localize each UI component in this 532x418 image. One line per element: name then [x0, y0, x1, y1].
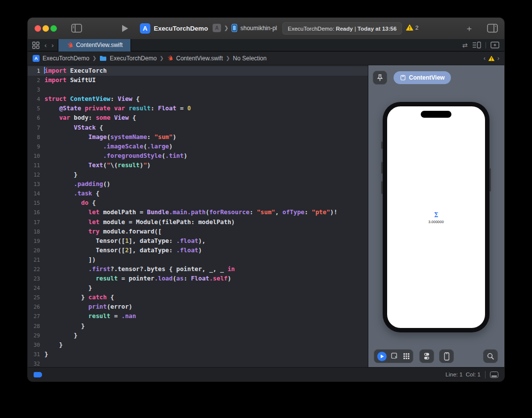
line-number[interactable]: 31: [28, 350, 44, 359]
breadcrumb-file[interactable]: ContentView.swift: [176, 55, 223, 62]
code-text[interactable]: .first?.tensor?.bytes { pointer, _, _ in: [44, 265, 235, 274]
line-number[interactable]: 13: [28, 180, 44, 189]
line-number[interactable]: 28: [28, 322, 44, 331]
code-text[interactable]: Image(systemName: "sum"): [44, 133, 177, 142]
line-number[interactable]: 15: [28, 198, 44, 208]
line-number[interactable]: 29: [28, 331, 44, 340]
scheme-selector[interactable]: A ❯ shoumikhin-pl: [213, 24, 277, 32]
tab-contentview-swift[interactable]: ContentView.swift: [58, 39, 132, 51]
code-text[interactable]: Tensor([1], dataType: .float),: [44, 236, 206, 246]
issue-warning-icon[interactable]: [488, 55, 495, 61]
warning-count-badge[interactable]: 2: [406, 24, 418, 31]
code-text[interactable]: struct ContentView: View {: [44, 94, 140, 104]
related-items-icon[interactable]: ⇄: [462, 42, 468, 49]
activity-status[interactable]: ExecuTorchDemo: Ready | Today at 13:56: [282, 22, 402, 35]
code-text[interactable]: import SwiftUI: [44, 76, 96, 85]
zoom-window-button[interactable]: [50, 25, 57, 32]
selectable-mode-button[interactable]: [391, 353, 399, 360]
source-editor[interactable]: 1import ExecuTorch2import SwiftUI34struc…: [28, 65, 368, 367]
editor-options-icon[interactable]: [472, 42, 481, 48]
code-text[interactable]: }: [44, 340, 63, 350]
line-number[interactable]: 3: [28, 85, 44, 94]
line-number[interactable]: 23: [28, 274, 44, 283]
device-settings-button[interactable]: [419, 349, 434, 363]
line-number[interactable]: 7: [28, 123, 44, 133]
code-text[interactable]: }: [44, 322, 85, 331]
code-line: 8 Image(systemName: "sum"): [28, 133, 368, 142]
breadcrumb-selection[interactable]: No Selection: [233, 55, 266, 62]
code-text[interactable]: } catch {: [44, 293, 114, 302]
line-number[interactable]: 19: [28, 236, 44, 246]
navigator-sidebar-toggle[interactable]: [71, 24, 82, 33]
code-text[interactable]: try module.forward([: [44, 227, 162, 236]
code-text[interactable]: result = pointer.load(as: Float.self): [44, 274, 231, 283]
minimize-window-button[interactable]: [43, 25, 49, 32]
line-number[interactable]: 26: [28, 302, 44, 312]
code-text[interactable]: @State private var result: Float = 0: [44, 104, 191, 113]
preview-device-button[interactable]: [439, 349, 454, 363]
code-text[interactable]: var body: some View {: [44, 113, 136, 123]
close-window-button[interactable]: [35, 25, 41, 32]
breadcrumb-group[interactable]: ExecuTorchDemo: [110, 55, 157, 62]
code-text[interactable]: .task {: [44, 189, 99, 198]
go-forward-button[interactable]: ›: [51, 42, 53, 49]
line-number[interactable]: 17: [28, 218, 44, 227]
line-number[interactable]: 24: [28, 283, 44, 293]
line-number[interactable]: 5: [28, 104, 44, 113]
line-number[interactable]: 1: [28, 66, 44, 76]
code-text[interactable]: }: [44, 350, 48, 359]
code-text[interactable]: VStack {: [44, 123, 103, 133]
line-number[interactable]: 25: [28, 293, 44, 302]
pin-preview-button[interactable]: [373, 71, 387, 85]
line-number[interactable]: 30: [28, 340, 44, 350]
line-number[interactable]: 21: [28, 255, 44, 265]
preview-target-pill[interactable]: ContentView: [394, 71, 451, 84]
code-text[interactable]: }: [44, 331, 78, 340]
line-number[interactable]: 2: [28, 76, 44, 85]
line-number[interactable]: 9: [28, 142, 44, 151]
next-issue-button[interactable]: ›: [497, 55, 499, 62]
breadcrumb-project[interactable]: ExecuTorchDemo: [43, 55, 89, 62]
line-number[interactable]: 27: [28, 312, 44, 321]
code-text[interactable]: .padding(): [44, 180, 110, 189]
add-editor-icon[interactable]: [490, 42, 499, 48]
line-number[interactable]: 20: [28, 246, 44, 255]
code-text[interactable]: ]): [44, 255, 96, 265]
variants-mode-button[interactable]: [403, 353, 410, 360]
line-number[interactable]: 4: [28, 94, 44, 104]
line-number[interactable]: 16: [28, 208, 44, 217]
code-text[interactable]: Text("\(result)"): [44, 161, 151, 170]
code-text[interactable]: let module = Module(filePath: modelPath): [44, 218, 235, 227]
run-button[interactable]: [121, 24, 130, 33]
inspector-sidebar-toggle[interactable]: [487, 24, 498, 33]
live-preview-button[interactable]: [377, 352, 387, 361]
code-text[interactable]: }: [44, 283, 92, 293]
line-number[interactable]: 22: [28, 265, 44, 274]
line-number[interactable]: 8: [28, 133, 44, 142]
tab-overview-icon[interactable]: [32, 42, 40, 49]
code-text[interactable]: }: [44, 170, 78, 180]
code-text[interactable]: import ExecuTorch: [44, 66, 107, 76]
code-text[interactable]: result = .nan: [44, 312, 136, 321]
line-number[interactable]: 14: [28, 189, 44, 198]
line-number[interactable]: 6: [28, 113, 44, 123]
preview-screen[interactable]: Σ 3.000000: [387, 106, 485, 328]
code-text[interactable]: do {: [44, 198, 96, 208]
code-text[interactable]: .imageScale(.large): [44, 142, 173, 151]
go-back-button[interactable]: ‹: [44, 42, 46, 49]
code-text[interactable]: print(error): [44, 302, 133, 312]
breakpoint-indicator[interactable]: [34, 372, 42, 377]
line-number[interactable]: 10: [28, 151, 44, 161]
code-text[interactable]: .foregroundStyle(.tint): [44, 151, 187, 161]
line-number[interactable]: 32: [28, 359, 44, 367]
code-text[interactable]: Tensor([2], dataType: .float): [44, 246, 202, 255]
library-add-button[interactable]: ＋: [465, 24, 474, 33]
line-number[interactable]: 11: [28, 161, 44, 170]
line-number[interactable]: 18: [28, 227, 44, 236]
preview-zoom-button[interactable]: [483, 349, 498, 363]
minimize-editor-icon[interactable]: [490, 372, 498, 378]
line-number[interactable]: 12: [28, 170, 44, 180]
previous-issue-button[interactable]: ‹: [484, 55, 486, 62]
code-text[interactable]: let modelPath = Bundle.main.path(forReso…: [44, 208, 337, 217]
line-col-indicator[interactable]: Line: 1 Col: 1: [445, 372, 481, 377]
